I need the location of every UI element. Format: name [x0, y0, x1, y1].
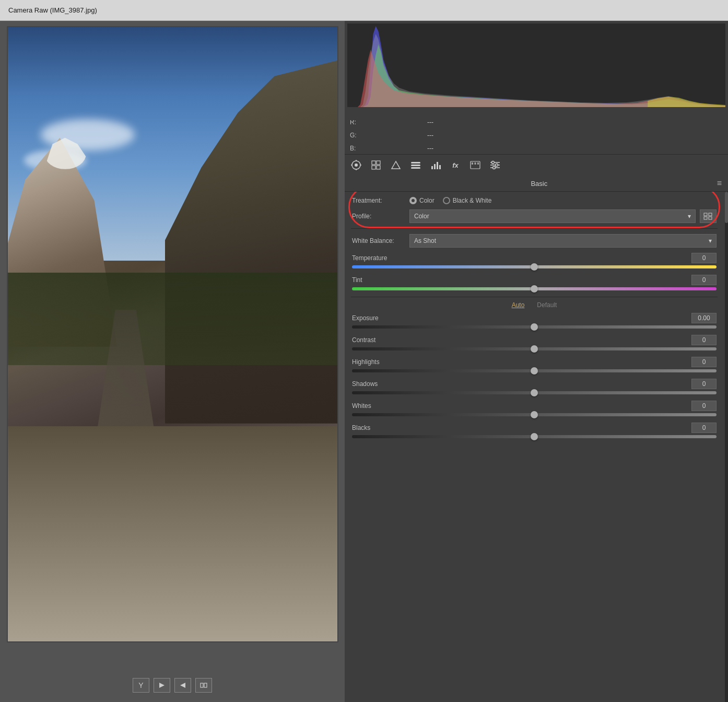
- separator-1: [351, 228, 718, 229]
- exposure-control: Exposure 0.00: [351, 313, 718, 329]
- blacks-thumb[interactable]: [531, 433, 538, 440]
- rgb-values-area: R: --- G: --- B: ---: [345, 120, 728, 154]
- tone-curve-icon[interactable]: [390, 159, 402, 171]
- compare-button[interactable]: [195, 678, 212, 693]
- svg-marker-2: [180, 683, 185, 688]
- exposure-label: Exposure: [352, 314, 379, 322]
- blacks-control: Blacks 0: [351, 423, 718, 438]
- highlights-header: Highlights 0: [352, 357, 717, 367]
- svg-point-25: [492, 161, 495, 164]
- split-toning-icon[interactable]: [429, 159, 442, 171]
- svg-marker-12: [392, 161, 400, 169]
- profile-grid-button[interactable]: [700, 209, 717, 223]
- develop-icon[interactable]: [350, 159, 362, 171]
- auto-default-row: Auto Default: [351, 301, 718, 309]
- hsl-icon[interactable]: [409, 159, 422, 171]
- white-balance-dropdown[interactable]: As Shot ▾: [409, 234, 717, 248]
- g-value: ---: [407, 132, 433, 139]
- whites-value[interactable]: 0: [691, 401, 717, 411]
- temperature-value[interactable]: 0: [691, 253, 717, 263]
- scrollbar-thumb[interactable]: [725, 192, 728, 223]
- svg-rect-19: [439, 165, 441, 169]
- left-panel: Y: [0, 21, 345, 702]
- bw-radio[interactable]: [443, 197, 450, 204]
- exposure-thumb[interactable]: [531, 323, 538, 331]
- highlights-track: [352, 369, 717, 372]
- color-radio[interactable]: [409, 197, 417, 204]
- shadows-value[interactable]: 0: [691, 379, 717, 389]
- histogram-svg: [347, 24, 725, 107]
- highlights-thumb[interactable]: [531, 367, 538, 375]
- contrast-control: Contrast 0: [351, 335, 718, 350]
- tint-value[interactable]: 0: [691, 275, 717, 285]
- default-button[interactable]: Default: [537, 301, 557, 309]
- g-label: G:: [350, 132, 407, 139]
- svg-rect-13: [411, 162, 420, 163]
- shadows-control: Shadows 0: [351, 379, 718, 394]
- temperature-track: [352, 265, 717, 268]
- contrast-label: Contrast: [352, 336, 375, 344]
- tint-thumb[interactable]: [531, 285, 538, 292]
- treatment-bw-option[interactable]: Black & White: [443, 197, 492, 204]
- wb-arrow: ▾: [709, 237, 712, 244]
- forward-button[interactable]: [154, 678, 170, 693]
- svg-rect-21: [472, 162, 473, 165]
- main-layout: Y: [0, 21, 728, 702]
- g-value-row: G: ---: [350, 132, 723, 139]
- title-bar: Camera Raw (IMG_3987.jpg): [0, 0, 728, 21]
- whites-label: Whites: [352, 402, 371, 410]
- b-label: B:: [350, 145, 407, 152]
- auto-button[interactable]: Auto: [512, 301, 525, 309]
- svg-marker-1: [159, 683, 165, 688]
- panel-menu-button[interactable]: ≡: [717, 179, 722, 188]
- exposure-header: Exposure 0.00: [352, 313, 717, 323]
- svg-rect-18: [437, 162, 438, 169]
- profile-dropdown[interactable]: Color ▾: [409, 209, 696, 223]
- treatment-label: Treatment:: [352, 197, 409, 204]
- treatment-row: Treatment: Color Black & White: [351, 197, 718, 204]
- tool-icons-row: fx: [345, 154, 728, 176]
- contrast-value[interactable]: 0: [691, 335, 717, 345]
- bottom-toolbar: Y: [133, 674, 212, 697]
- separator-2: [351, 297, 718, 297]
- svg-rect-17: [434, 164, 436, 169]
- shadows-header: Shadows 0: [352, 379, 717, 389]
- wb-label: White Balance:: [352, 237, 409, 244]
- shadows-thumb[interactable]: [531, 389, 538, 396]
- tint-label: Tint: [352, 276, 362, 284]
- profile-arrow: ▾: [688, 213, 691, 220]
- grid-icon[interactable]: [370, 159, 382, 171]
- tint-track: [352, 287, 717, 290]
- whites-thumb[interactable]: [531, 411, 538, 418]
- exposure-value[interactable]: 0.00: [691, 313, 717, 323]
- shadows-label: Shadows: [352, 380, 378, 388]
- svg-rect-15: [411, 167, 420, 169]
- effects-icon[interactable]: fx: [449, 159, 462, 171]
- treatment-color-option[interactable]: Color: [409, 197, 435, 204]
- highlights-label: Highlights: [352, 358, 380, 366]
- contrast-header: Contrast 0: [352, 335, 717, 345]
- profile-value: Color: [414, 213, 429, 220]
- svg-point-29: [493, 167, 496, 169]
- highlights-value[interactable]: 0: [691, 357, 717, 367]
- tint-header: Tint 0: [352, 275, 717, 285]
- white-balance-row: White Balance: As Shot ▾: [351, 234, 718, 248]
- treatment-bw-label: Black & White: [453, 197, 492, 204]
- back-button[interactable]: [174, 678, 191, 693]
- controls-area: Treatment: Color Black & White: [345, 192, 728, 450]
- crop-tool-button[interactable]: Y: [133, 678, 149, 693]
- whites-header: Whites 0: [352, 401, 717, 411]
- histogram-area: [345, 21, 728, 120]
- image-preview: [7, 26, 338, 642]
- blacks-value[interactable]: 0: [691, 423, 717, 433]
- svg-point-27: [496, 164, 498, 167]
- contrast-track: [352, 347, 717, 350]
- contrast-thumb[interactable]: [531, 345, 538, 353]
- whites-track: [352, 413, 717, 416]
- temperature-thumb[interactable]: [531, 263, 538, 271]
- presets-icon[interactable]: [489, 159, 501, 171]
- calibration-icon[interactable]: [469, 159, 482, 171]
- blacks-label: Blacks: [352, 424, 370, 431]
- svg-rect-9: [377, 161, 380, 165]
- scrollbar[interactable]: [725, 192, 728, 450]
